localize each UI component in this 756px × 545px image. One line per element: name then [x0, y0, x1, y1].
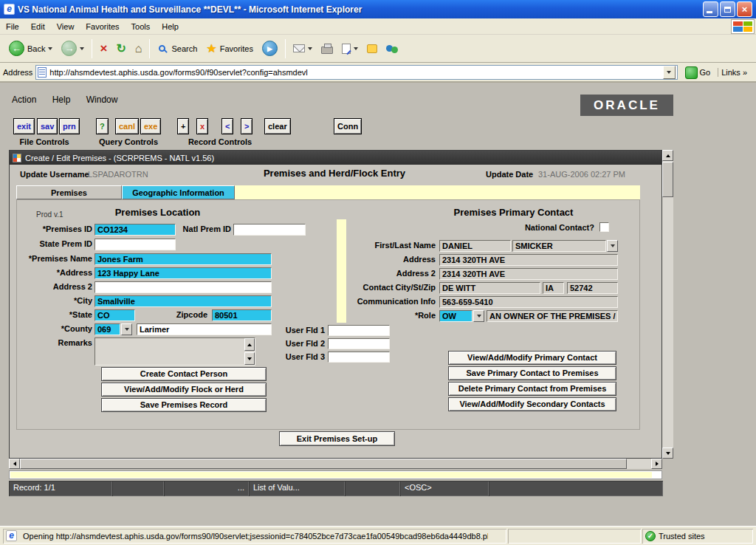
- applet-menu-window[interactable]: Window: [86, 95, 118, 105]
- contact-address-field[interactable]: 2314 320TH AVE: [439, 254, 618, 266]
- exit-premises-setup-button[interactable]: Exit Premises Set-up: [279, 431, 395, 446]
- exit-button[interactable]: exit: [13, 118, 35, 134]
- last-name-field[interactable]: SMICKER: [512, 240, 606, 252]
- contact-city-field[interactable]: DE WITT: [439, 282, 540, 294]
- record-add-button[interactable]: +: [177, 118, 189, 134]
- forward-dropdown-icon[interactable]: [80, 47, 84, 50]
- discuss-button[interactable]: [362, 42, 382, 55]
- vertical-scrollbar[interactable]: [662, 150, 673, 459]
- role-field[interactable]: OW: [439, 310, 472, 322]
- contact-address2-field[interactable]: 2314 320TH AVE: [439, 268, 618, 280]
- address-field[interactable]: 123 Happy Lane: [94, 267, 272, 279]
- role-dropdown-button[interactable]: [473, 310, 484, 322]
- horizontal-scroll-thumb[interactable]: [20, 459, 627, 469]
- print-record-button[interactable]: prn: [59, 118, 80, 134]
- update-date-value: 31-AUG-2006 02:27 PM: [538, 170, 625, 179]
- remarks-field[interactable]: [94, 337, 255, 366]
- mail-button[interactable]: [289, 42, 317, 55]
- vertical-scroll-thumb[interactable]: [662, 162, 673, 197]
- save-button[interactable]: sav: [37, 118, 58, 134]
- scroll-right-button[interactable]: [651, 459, 662, 469]
- tab-geographic-information[interactable]: Geographic Information: [122, 185, 235, 199]
- back-dropdown-icon[interactable]: [48, 47, 52, 50]
- role-description-field[interactable]: AN OWNER OF THE PREMISES / AI: [487, 310, 618, 322]
- address2-field[interactable]: [94, 281, 272, 293]
- city-field[interactable]: Smallville: [94, 295, 272, 307]
- save-premises-record-button[interactable]: Save Premises Record: [101, 398, 267, 412]
- stop-button[interactable]: ×: [95, 40, 111, 57]
- record-delete-button[interactable]: x: [196, 118, 208, 134]
- save-primary-contact-to-premises-button[interactable]: Save Primary Contact to Premises: [448, 366, 616, 380]
- go-button[interactable]: Go: [681, 66, 715, 80]
- refresh-button[interactable]: ↻: [111, 41, 130, 57]
- minimize-button[interactable]: [703, 1, 718, 17]
- state-field[interactable]: CO: [94, 309, 135, 321]
- premises-name-field[interactable]: Jones Farm: [94, 253, 272, 265]
- record-next-button[interactable]: >: [241, 118, 252, 134]
- menu-file[interactable]: File: [0, 20, 25, 33]
- view-add-modify-secondary-contacts-button[interactable]: View/Add/Modify Secondary Contacts: [448, 397, 616, 411]
- scroll-up-button[interactable]: [662, 150, 673, 161]
- list-of-values-indicator: List of Valu...: [249, 481, 345, 496]
- county-dropdown-button[interactable]: [121, 323, 132, 335]
- forward-button[interactable]: →: [57, 38, 89, 58]
- zipcode-field[interactable]: 80501: [212, 309, 272, 321]
- applet-menu-help[interactable]: Help: [52, 95, 71, 105]
- scroll-up-button[interactable]: [244, 338, 255, 351]
- county-name-field[interactable]: Larimer: [137, 323, 272, 335]
- menu-view[interactable]: View: [51, 20, 80, 33]
- view-add-modify-primary-contact-button[interactable]: View/Add/Modify Primary Contact: [448, 351, 616, 365]
- forward-icon: →: [61, 41, 77, 56]
- mail-dropdown-icon[interactable]: [308, 47, 312, 50]
- scroll-left-button[interactable]: [9, 459, 20, 469]
- applet-menu-action[interactable]: Action: [12, 95, 36, 105]
- menu-favorites[interactable]: Favorites: [80, 20, 125, 33]
- tab-premises[interactable]: Premises: [16, 185, 122, 199]
- record-previous-button[interactable]: <: [221, 118, 233, 134]
- links-button[interactable]: Links »: [718, 68, 753, 77]
- edit-dropdown-icon[interactable]: [354, 47, 358, 50]
- conn-button[interactable]: Conn: [334, 118, 362, 134]
- national-contact-checkbox[interactable]: [599, 222, 609, 232]
- first-name-field[interactable]: DANIEL: [439, 240, 511, 252]
- address-input[interactable]: http://ahsmdevtest.aphis.usda.gov/forms9…: [35, 65, 677, 80]
- arrow-up-icon: [247, 343, 252, 346]
- menu-edit[interactable]: Edit: [25, 20, 51, 33]
- favorites-button[interactable]: ★ Favorites: [202, 41, 258, 57]
- maximize-button[interactable]: [720, 1, 735, 17]
- view-add-modify-flock-or-herd-button[interactable]: View/Add/Modify Flock or Herd: [101, 383, 267, 397]
- address-dropdown-button[interactable]: [663, 66, 676, 79]
- query-execute-button[interactable]: exe: [140, 118, 161, 134]
- scroll-down-button[interactable]: [662, 448, 673, 459]
- menu-help[interactable]: Help: [156, 20, 185, 33]
- premises-id-field[interactable]: CO1234: [94, 224, 176, 236]
- delete-primary-contact-from-premises-button[interactable]: Delete Primary Contact from Premises: [448, 382, 616, 396]
- media-button[interactable]: ▶: [258, 38, 282, 58]
- close-button[interactable]: ×: [737, 1, 752, 17]
- menu-tools[interactable]: Tools: [126, 20, 157, 33]
- query-help-button[interactable]: ?: [96, 118, 109, 134]
- contact-state-field[interactable]: IA: [543, 282, 564, 294]
- contact-name-dropdown-button[interactable]: [607, 240, 618, 252]
- edit-button[interactable]: [337, 41, 362, 56]
- print-button[interactable]: [317, 41, 337, 56]
- contact-zip-field[interactable]: 52742: [567, 282, 618, 294]
- address-value[interactable]: http://ahsmdevtest.aphis.usda.gov/forms9…: [49, 68, 659, 77]
- search-button[interactable]: Search: [153, 41, 202, 55]
- record-clear-button[interactable]: clear: [264, 118, 291, 134]
- create-contact-person-button[interactable]: Create Contact Person: [101, 367, 267, 381]
- natl-prem-id-field[interactable]: [233, 224, 306, 236]
- arrow-down-icon: [247, 357, 252, 360]
- scroll-down-button[interactable]: [244, 352, 255, 365]
- home-button[interactable]: ⌂: [131, 41, 147, 57]
- user-fld-2-field[interactable]: [328, 338, 390, 349]
- user-fld-3-field[interactable]: [328, 352, 390, 363]
- back-button[interactable]: ← Back: [4, 38, 57, 58]
- messenger-button[interactable]: [382, 41, 402, 56]
- communication-info-field[interactable]: 563-659-5410: [439, 296, 618, 308]
- county-field[interactable]: 069: [94, 323, 120, 335]
- horizontal-scrollbar[interactable]: [9, 459, 662, 469]
- user-fld-1-field[interactable]: [328, 325, 390, 336]
- state-prem-id-field[interactable]: [94, 239, 176, 250]
- query-cancel-button[interactable]: canl: [115, 118, 139, 134]
